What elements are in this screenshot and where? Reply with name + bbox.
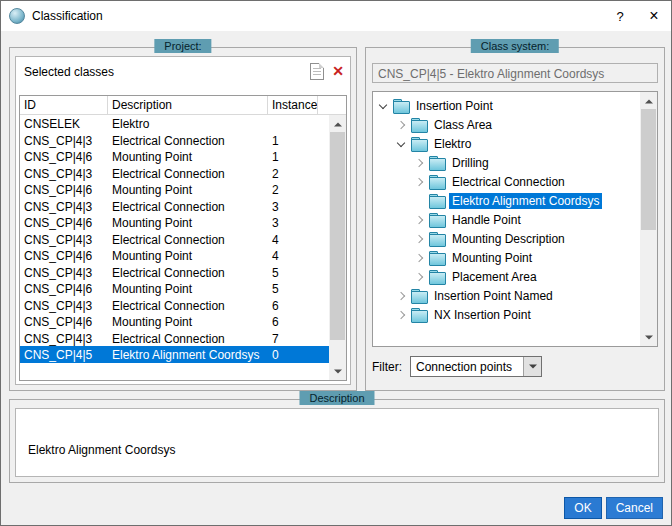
tree-item-label: Handle Point xyxy=(449,212,524,228)
scroll-up-icon[interactable] xyxy=(329,115,346,132)
cell-instance: 3 xyxy=(268,198,318,215)
tree-vertical-scrollbar[interactable] xyxy=(640,92,657,346)
scroll-thumb[interactable] xyxy=(330,132,345,340)
chevron-down-icon[interactable] xyxy=(379,99,389,113)
table-row[interactable]: CNS_CP|4|6Mounting Point3 xyxy=(20,214,329,231)
tree-item[interactable]: Mounting Description xyxy=(373,229,640,248)
chevron-down-icon[interactable] xyxy=(397,137,407,151)
column-header-instance[interactable]: Instance xyxy=(268,96,318,114)
cell-id: CNS_CP|4|5 xyxy=(20,346,108,363)
cell-description: Mounting Point xyxy=(108,214,268,231)
table-row[interactable]: CNS_CP|4|5Elektro Alignment Coordsys0 xyxy=(20,346,329,363)
selected-classes-box: Selected classes ✕ ID Description Instan… xyxy=(15,56,351,385)
new-class-icon[interactable] xyxy=(310,63,324,80)
table-row[interactable]: CNS_CP|4|3Electrical Connection7 xyxy=(20,330,329,347)
cell-description: Elektro xyxy=(108,115,268,132)
tree-item[interactable]: Elektro Alignment Coordsys xyxy=(373,191,640,210)
tree-item[interactable]: Placement Area xyxy=(373,267,640,286)
table-row[interactable]: CNS_CP|4|6Mounting Point4 xyxy=(20,247,329,264)
table-vertical-scrollbar[interactable] xyxy=(329,115,346,380)
table-row[interactable]: CNS_CP|4|3Electrical Connection2 xyxy=(20,165,329,182)
tree-item-label: Insertion Point xyxy=(413,98,496,114)
cell-id: CNS_CP|4|6 xyxy=(20,214,108,231)
folder-icon xyxy=(411,118,426,131)
close-button[interactable]: × xyxy=(637,1,671,31)
classification-dialog: Classification ? × Project: Selected cla… xyxy=(0,0,672,526)
column-header-id[interactable]: ID xyxy=(20,96,108,114)
folder-icon xyxy=(411,289,426,302)
table-row[interactable]: CNS_CP|4|6Mounting Point5 xyxy=(20,280,329,297)
folder-icon xyxy=(429,194,444,207)
tree-item-label: Class Area xyxy=(431,117,495,133)
cell-description: Elektro Alignment Coordsys xyxy=(108,346,268,363)
chevron-right-icon[interactable] xyxy=(397,118,407,132)
selected-classes-table: ID Description Instance CNSELEKElektroCN… xyxy=(19,95,347,381)
cell-description: Mounting Point xyxy=(108,313,268,330)
folder-icon xyxy=(411,308,426,321)
cell-instance: 7 xyxy=(268,330,318,347)
chevron-right-icon[interactable] xyxy=(397,308,407,322)
cell-description: Electrical Connection xyxy=(108,330,268,347)
chevron-right-icon[interactable] xyxy=(415,251,425,265)
tree-item[interactable]: Insertion Point xyxy=(373,96,640,115)
tree-item[interactable]: Drilling xyxy=(373,153,640,172)
table-row[interactable]: CNS_CP|4|3Electrical Connection3 xyxy=(20,198,329,215)
description-box: Elektro Alignment Coordsys xyxy=(15,408,659,477)
table-row[interactable]: CNS_CP|4|6Mounting Point2 xyxy=(20,181,329,198)
cell-description: Electrical Connection xyxy=(108,165,268,182)
tree-item[interactable]: NX Insertion Point xyxy=(373,305,640,324)
cancel-button[interactable]: Cancel xyxy=(606,497,663,519)
folder-icon xyxy=(393,99,408,112)
chevron-right-icon[interactable] xyxy=(415,156,425,170)
tree-item[interactable]: Handle Point xyxy=(373,210,640,229)
cell-id: CNS_CP|4|3 xyxy=(20,165,108,182)
scroll-track[interactable] xyxy=(329,132,346,363)
delete-class-icon[interactable]: ✕ xyxy=(332,63,344,80)
chevron-right-icon[interactable] xyxy=(415,270,425,284)
tree-item[interactable]: Class Area xyxy=(373,115,640,134)
filter-label: Filter: xyxy=(372,360,402,374)
cell-instance: 2 xyxy=(268,181,318,198)
chevron-right-icon[interactable] xyxy=(397,289,407,303)
class-system-group-label: Class system: xyxy=(471,39,559,53)
folder-icon xyxy=(429,270,444,283)
chevron-right-icon[interactable] xyxy=(415,175,425,189)
tree-item-label: Electrical Connection xyxy=(449,174,568,190)
scroll-thumb[interactable] xyxy=(641,109,656,230)
chevron-right-icon[interactable] xyxy=(415,213,425,227)
cell-id: CNS_CP|4|3 xyxy=(20,198,108,215)
scroll-down-icon[interactable] xyxy=(640,329,657,346)
table-row[interactable]: CNS_CP|4|6Mounting Point1 xyxy=(20,148,329,165)
tree-item[interactable]: Elektro xyxy=(373,134,640,153)
cell-description: Electrical Connection xyxy=(108,198,268,215)
table-row[interactable]: CNS_CP|4|3Electrical Connection6 xyxy=(20,297,329,314)
tree-item[interactable]: Mounting Point xyxy=(373,248,640,267)
table-row[interactable]: CNS_CP|4|6Mounting Point6 xyxy=(20,313,329,330)
cell-instance: 1 xyxy=(268,148,318,165)
scroll-down-icon[interactable] xyxy=(329,363,346,380)
scroll-up-icon[interactable] xyxy=(640,92,657,109)
chevron-right-icon[interactable] xyxy=(415,232,425,246)
cell-id: CNS_CP|4|6 xyxy=(20,280,108,297)
column-header-description[interactable]: Description xyxy=(108,96,268,114)
ok-button[interactable]: OK xyxy=(564,497,601,519)
cell-instance: 6 xyxy=(268,297,318,314)
description-group: Description Elektro Alignment Coordsys xyxy=(9,399,665,483)
table-row[interactable]: CNS_CP|4|3Electrical Connection1 xyxy=(20,132,329,149)
tree-item-label: Placement Area xyxy=(449,269,540,285)
class-tree-box: Insertion PointClass AreaElektroDrilling… xyxy=(372,91,658,347)
table-row[interactable]: CNS_CP|4|3Electrical Connection4 xyxy=(20,231,329,248)
table-row[interactable]: CNSELEKElektro xyxy=(20,115,329,132)
folder-icon xyxy=(411,137,426,150)
window-title: Classification xyxy=(32,9,103,23)
help-button[interactable]: ? xyxy=(603,1,637,31)
cell-id: CNS_CP|4|3 xyxy=(20,264,108,281)
tree-item[interactable]: Insertion Point Named xyxy=(373,286,640,305)
folder-icon xyxy=(429,232,444,245)
filter-dropdown[interactable]: Connection points xyxy=(410,356,542,377)
app-icon xyxy=(9,8,25,24)
scroll-track[interactable] xyxy=(640,109,657,329)
chevron-down-icon[interactable] xyxy=(523,357,541,376)
tree-item[interactable]: Electrical Connection xyxy=(373,172,640,191)
table-row[interactable]: CNS_CP|4|3Electrical Connection5 xyxy=(20,264,329,281)
